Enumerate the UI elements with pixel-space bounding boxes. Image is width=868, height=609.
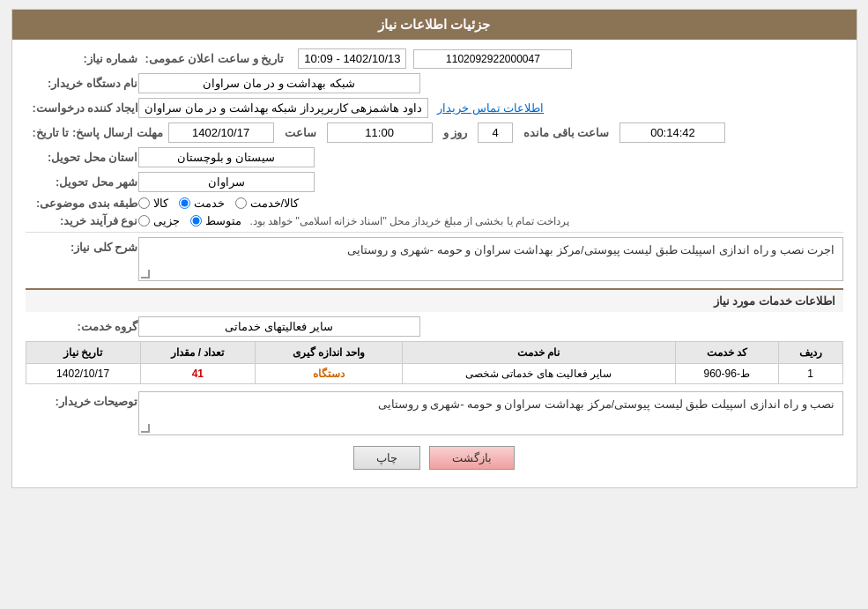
button-row: بازگشت چاپ: [26, 446, 843, 479]
purchase-type-label: نوع فرآیند خرید:: [33, 214, 138, 227]
buyer-desc-box: نصب و راه اندازی اسپیلت طبق لیست پیوستی/…: [138, 391, 843, 435]
services-table: ردیف کد خدمت نام خدمت واحد اندازه گیری ت…: [26, 341, 843, 384]
purchase-type-jozii-label: جزیی: [153, 214, 180, 227]
purchase-type-motevaset-label: متوسط: [205, 214, 241, 227]
table-header-row: ردیف کد خدمت نام خدمت واحد اندازه گیری ت…: [26, 342, 842, 364]
purchase-type-radio-group: متوسط جزیی: [138, 214, 241, 227]
services-section-title: اطلاعات خدمات مورد نیاز: [26, 288, 843, 312]
category-radio-group: کالا/خدمت خدمت کالا: [138, 197, 300, 210]
description-label: شرح کلی نیاز:: [33, 241, 138, 254]
col-header-quantity: تعداد / مقدار: [140, 342, 255, 364]
service-group-value: سایر فعالیتهای خدماتی: [138, 316, 420, 337]
service-group-label: گروه خدمت:: [33, 320, 138, 333]
print-button[interactable]: چاپ: [353, 446, 420, 470]
contact-link[interactable]: اطلاعات تماس خریدار: [437, 101, 544, 115]
buyer-station-label: نام دستگاه خریدار:: [33, 77, 138, 90]
back-button[interactable]: بازگشت: [429, 446, 515, 470]
cell-row: 1: [778, 364, 842, 384]
announce-date-label: تاریخ و ساعت اعلان عمومی:: [145, 52, 285, 65]
col-header-row: ردیف: [778, 342, 842, 364]
page-header: جزئیات اطلاعات نیاز: [12, 10, 857, 40]
description-box: اجرت نصب و راه اندازی اسپیلت طبق لیست پی…: [138, 237, 843, 281]
province-row: سیستان و بلوچستان استان محل تحویل:: [26, 147, 843, 167]
buyer-desc-text: نصب و راه اندازی اسپیلت طبق لیست پیوستی/…: [378, 397, 835, 411]
cell-name: سایر فعالیت های خدماتی شخصی: [402, 364, 675, 384]
category-kala-khedmat-label: کالا/خدمت: [250, 197, 300, 210]
cell-date: 1402/10/17: [26, 364, 140, 384]
response-date-value: 1402/10/17: [168, 123, 274, 143]
category-khedmat-radio[interactable]: [179, 197, 190, 209]
description-row: اجرت نصب و راه اندازی اسپیلت طبق لیست پی…: [26, 237, 843, 281]
response-time-value: 11:00: [327, 123, 433, 143]
purchase-type-motevaset[interactable]: متوسط: [190, 214, 241, 227]
category-kala-label: کالا: [153, 197, 168, 210]
category-kala[interactable]: کالا: [138, 197, 168, 210]
content-area: AnaTender.net 1102092922000047 1402/10/1…: [12, 40, 857, 487]
response-days-label: روز و: [443, 126, 468, 139]
response-deadline-label: مهلت ارسال پاسخ: تا تاریخ:: [33, 126, 163, 139]
col-header-name: نام خدمت: [402, 342, 675, 364]
payment-note: پرداخت تمام یا بخشی از مبلغ خریداز محل "…: [250, 215, 570, 227]
response-days-value: 4: [478, 123, 513, 143]
category-kala-khedmat-radio[interactable]: [235, 197, 247, 209]
resize-handle[interactable]: [141, 270, 150, 279]
buyer-desc-row: نصب و راه اندازی اسپیلت طبق لیست پیوستی/…: [26, 391, 843, 435]
creator-row: اطلاعات تماس خریدار داود هاشمزهی کاربرپر…: [26, 98, 843, 118]
creator-label: ایجاد کننده درخواست:: [33, 101, 139, 115]
divider1: [26, 232, 843, 233]
page-title: جزئیات اطلاعات نیاز: [378, 17, 490, 32]
description-content: اجرت نصب و راه اندازی اسپیلت طبق لیست پی…: [138, 237, 843, 281]
city-label: شهر محل تحویل:: [33, 175, 138, 189]
need-number-value: 1102092922000047: [413, 49, 572, 69]
city-value: سراوان: [138, 172, 315, 192]
buyer-resize-handle[interactable]: [141, 424, 150, 433]
buyer-desc-content: نصب و راه اندازی اسپیلت طبق لیست پیوستی/…: [138, 391, 843, 435]
buyer-desc-label: توصیحات خریدار:: [33, 395, 138, 408]
response-deadline-row: 00:14:42 ساعت باقی مانده 4 روز و 11:00 س…: [26, 123, 843, 143]
category-kala-radio[interactable]: [138, 197, 150, 209]
category-kala-khedmat[interactable]: کالا/خدمت: [235, 197, 300, 210]
category-label: طبقه بندی موضوعی:: [33, 197, 138, 210]
province-label: استان محل تحویل:: [33, 151, 138, 164]
description-text: اجرت نصب و راه اندازی اسپیلت طبق لیست پی…: [347, 243, 835, 256]
table-row: 1 ط-96-960 سایر فعالیت های خدماتی شخصی د…: [26, 364, 842, 384]
response-time-label: ساعت: [285, 126, 316, 139]
col-header-unit: واحد اندازه گیری: [255, 342, 402, 364]
category-khedmat[interactable]: خدمت: [179, 197, 225, 210]
creator-value: داود هاشمزهی کاربرپرداز شبکه بهداشت و در…: [138, 98, 428, 118]
response-remaining-label: ساعت باقی مانده: [523, 126, 609, 139]
need-number-label: شماره نیاز:: [33, 52, 138, 65]
purchase-type-motevaset-radio[interactable]: [190, 215, 202, 227]
col-header-code: کد خدمت: [675, 342, 778, 364]
need-number-row: 1102092922000047 1402/10/13 - 10:09 تاری…: [26, 48, 843, 69]
category-khedmat-label: خدمت: [194, 197, 225, 210]
category-row: کالا/خدمت خدمت کالا طبقه بندی موضوعی:: [26, 197, 843, 210]
purchase-type-jozii-radio[interactable]: [138, 215, 150, 227]
col-header-date: تاریخ نیاز: [26, 342, 140, 364]
main-container: جزئیات اطلاعات نیاز AnaTender.net 110209…: [11, 9, 857, 488]
service-group-row: سایر فعالیتهای خدماتی گروه خدمت:: [26, 316, 843, 337]
cell-quantity: 41: [140, 364, 255, 384]
cell-code: ط-96-960: [675, 364, 778, 384]
purchase-type-row: پرداخت تمام یا بخشی از مبلغ خریداز محل "…: [26, 214, 843, 227]
announce-date-value: 1402/10/13 - 10:09: [298, 48, 406, 69]
buyer-station-value: شبکه بهداشت و در مان سراوان: [138, 73, 420, 93]
cell-unit: دستگاه: [255, 364, 402, 384]
purchase-type-jozii[interactable]: جزیی: [138, 214, 180, 227]
city-row: سراوان شهر محل تحویل:: [26, 172, 843, 192]
province-value: سیستان و بلوچستان: [138, 147, 315, 167]
buyer-station-row: شبکه بهداشت و در مان سراوان نام دستگاه خ…: [26, 73, 843, 93]
response-remaining-value: 00:14:42: [619, 123, 725, 143]
